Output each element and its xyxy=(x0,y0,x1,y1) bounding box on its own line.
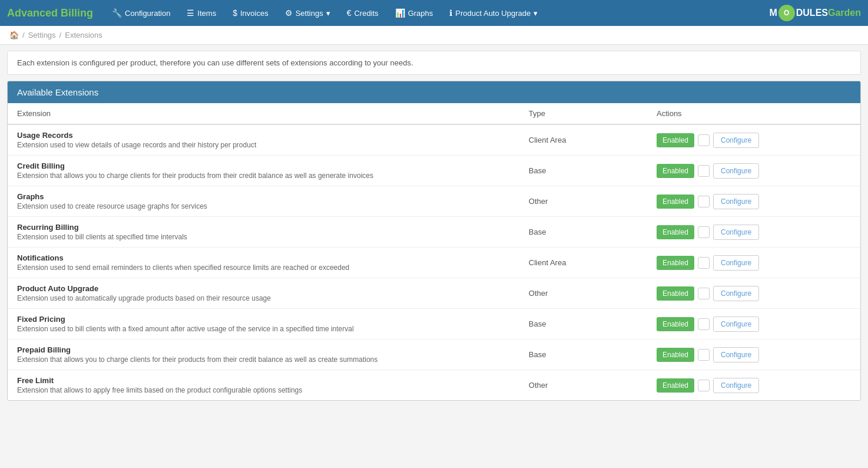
table-row: Credit Billing Extension that allows you… xyxy=(8,156,860,186)
table-row: Graphs Extension used to create resource… xyxy=(8,186,860,217)
home-icon[interactable]: 🏠 xyxy=(9,31,19,39)
info-alert: Each extension is configured per product… xyxy=(7,51,861,75)
nav-configuration-label: Configuration xyxy=(125,9,170,18)
enabled-button[interactable]: Enabled xyxy=(657,378,694,393)
enabled-button[interactable]: Enabled xyxy=(657,225,694,239)
nav-product-auto-upgrade[interactable]: ℹ Product Auto Upgrade ▾ xyxy=(442,5,545,21)
card-title: Available Extensions xyxy=(17,87,98,97)
enabled-button[interactable]: Enabled xyxy=(657,133,694,147)
nav-graphs[interactable]: 📊 Graphs xyxy=(388,5,440,21)
toggle-switch[interactable] xyxy=(698,165,710,177)
items-icon: ☰ xyxy=(187,8,194,18)
ext-name: Prepaid Billing xyxy=(17,345,510,354)
breadcrumb-sep2: / xyxy=(59,31,62,39)
table-row: Product Auto Upgrade Extension used to a… xyxy=(8,278,860,309)
nav-invoices-label: Invoices xyxy=(240,9,269,18)
logo: M O DULES Garden xyxy=(769,5,861,21)
credits-icon: € xyxy=(347,8,352,18)
product-auto-upgrade-icon: ℹ xyxy=(449,8,452,18)
actions-cell: Enabled Configure xyxy=(657,347,851,362)
ext-desc: Extension used to create resource usage … xyxy=(17,202,510,210)
ext-name: Notifications xyxy=(17,253,510,262)
ext-type: Base xyxy=(529,166,546,175)
nav-items-label: Items xyxy=(197,9,216,18)
toggle-switch[interactable] xyxy=(698,196,710,207)
ext-desc: Extension used to automatically upgrade … xyxy=(17,294,510,302)
toggle-switch[interactable] xyxy=(698,318,710,330)
nav-credits-label: Credits xyxy=(354,9,378,18)
nav-graphs-label: Graphs xyxy=(408,9,433,18)
ext-name: Fixed Pricing xyxy=(17,315,510,324)
enabled-button[interactable]: Enabled xyxy=(657,348,694,362)
nav-invoices[interactable]: $ Invoices xyxy=(226,5,276,21)
card-header: Available Extensions xyxy=(8,81,860,103)
actions-cell: Enabled Configure xyxy=(657,286,851,301)
configure-button[interactable]: Configure xyxy=(713,286,759,301)
table-row: Prepaid Billing Extension that allows yo… xyxy=(8,340,860,370)
alert-text: Each extension is configured per product… xyxy=(17,58,413,67)
configure-button[interactable]: Configure xyxy=(713,225,759,240)
configure-button[interactable]: Configure xyxy=(713,317,759,332)
ext-type: Other xyxy=(529,289,548,298)
graphs-icon: 📊 xyxy=(395,8,405,18)
configure-button[interactable]: Configure xyxy=(713,163,759,179)
breadcrumb-current: Extensions xyxy=(65,31,102,39)
extensions-card: Available Extensions Extension Type Acti… xyxy=(7,81,861,401)
breadcrumb-settings[interactable]: Settings xyxy=(28,31,56,39)
enabled-button[interactable]: Enabled xyxy=(657,164,694,178)
table-row: Free Limit Extension that allows to appl… xyxy=(8,370,860,401)
configure-button[interactable]: Configure xyxy=(713,255,759,271)
toggle-switch[interactable] xyxy=(698,134,710,146)
configure-button[interactable]: Configure xyxy=(713,347,759,362)
toggle-switch[interactable] xyxy=(698,288,710,299)
ext-name: Graphs xyxy=(17,192,510,201)
toggle-switch[interactable] xyxy=(698,380,710,391)
configure-button[interactable]: Configure xyxy=(713,133,759,148)
logo-modules: M xyxy=(769,8,777,18)
enabled-button[interactable]: Enabled xyxy=(657,195,694,209)
invoices-icon: $ xyxy=(233,8,237,18)
ext-type: Client Area xyxy=(529,258,566,267)
configuration-icon: 🔧 xyxy=(112,8,122,18)
col-header-type: Type xyxy=(519,103,647,124)
breadcrumb: 🏠 / Settings / Extensions xyxy=(0,26,868,45)
enabled-button[interactable]: Enabled xyxy=(657,317,694,331)
settings-dropdown-icon: ▾ xyxy=(326,9,330,18)
enabled-button[interactable]: Enabled xyxy=(657,256,694,270)
nav-settings[interactable]: ⚙ Settings ▾ xyxy=(278,5,337,21)
actions-cell: Enabled Configure xyxy=(657,163,851,179)
configure-button[interactable]: Configure xyxy=(713,378,759,393)
actions-cell: Enabled Configure xyxy=(657,194,851,209)
actions-cell: Enabled Configure xyxy=(657,317,851,332)
toggle-switch[interactable] xyxy=(698,257,710,269)
toggle-switch[interactable] xyxy=(698,226,710,238)
app-brand: Advanced Billing xyxy=(7,7,93,19)
ext-desc: Extension used to send email reminders t… xyxy=(17,263,510,272)
logo-garden: Garden xyxy=(828,8,861,18)
nav-settings-label: Settings xyxy=(296,9,323,18)
ext-desc: Extension that allows to apply free limi… xyxy=(17,386,510,394)
ext-type: Base xyxy=(529,228,546,236)
ext-type: Other xyxy=(529,381,548,390)
table-row: Notifications Extension used to send ema… xyxy=(8,248,860,278)
actions-cell: Enabled Configure xyxy=(657,255,851,271)
configure-button[interactable]: Configure xyxy=(713,194,759,209)
toggle-switch[interactable] xyxy=(698,349,710,361)
ext-name: Credit Billing xyxy=(17,162,510,170)
ext-desc: Extension that allows you to charge clie… xyxy=(17,172,510,180)
logo-dules: DULES xyxy=(796,8,828,18)
enabled-button[interactable]: Enabled xyxy=(657,286,694,301)
ext-desc: Extension that allows you to charge clie… xyxy=(17,355,510,364)
nav-items-menu[interactable]: ☰ Items xyxy=(180,5,223,21)
nav-credits[interactable]: € Credits xyxy=(340,5,386,21)
navbar: Advanced Billing 🔧 Configuration ☰ Items… xyxy=(0,0,868,26)
product-auto-upgrade-dropdown-icon: ▾ xyxy=(534,9,538,18)
ext-name: Usage Records xyxy=(17,131,510,140)
table-row: Recurring Billing Extension used to bill… xyxy=(8,217,860,248)
nav-items: 🔧 Configuration ☰ Items $ Invoices ⚙ Set… xyxy=(105,5,769,21)
ext-type: Other xyxy=(529,197,548,206)
ext-type: Client Area xyxy=(529,136,566,144)
nav-configuration[interactable]: 🔧 Configuration xyxy=(105,5,177,21)
actions-cell: Enabled Configure xyxy=(657,133,851,148)
ext-desc: Extension used to bill clients at specif… xyxy=(17,233,510,241)
